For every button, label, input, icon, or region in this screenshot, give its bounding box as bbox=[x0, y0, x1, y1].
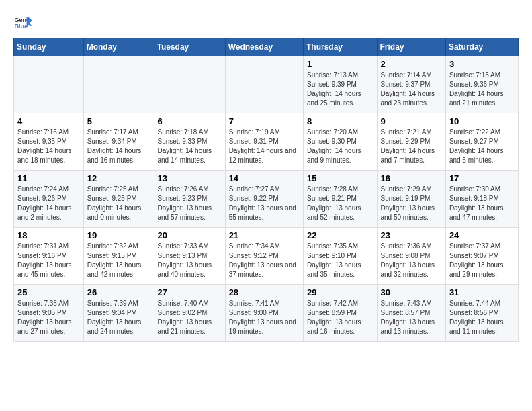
calendar-cell: 21Sunrise: 7:34 AM Sunset: 9:12 PM Dayli… bbox=[225, 228, 303, 285]
day-info: Sunrise: 7:14 AM Sunset: 9:37 PM Dayligh… bbox=[381, 71, 442, 108]
calendar-cell: 2Sunrise: 7:14 AM Sunset: 9:37 PM Daylig… bbox=[377, 56, 445, 113]
calendar-cell bbox=[225, 56, 303, 113]
day-number: 30 bbox=[381, 287, 442, 298]
day-info: Sunrise: 7:21 AM Sunset: 9:29 PM Dayligh… bbox=[381, 128, 442, 165]
day-number: 4 bbox=[17, 116, 80, 126]
day-info: Sunrise: 7:37 AM Sunset: 9:07 PM Dayligh… bbox=[449, 242, 515, 279]
calendar-cell: 24Sunrise: 7:37 AM Sunset: 9:07 PM Dayli… bbox=[445, 228, 518, 285]
day-info: Sunrise: 7:35 AM Sunset: 9:10 PM Dayligh… bbox=[307, 242, 373, 279]
calendar-cell: 5Sunrise: 7:17 AM Sunset: 9:34 PM Daylig… bbox=[83, 113, 154, 171]
header-monday: Monday bbox=[83, 38, 154, 56]
calendar-cell: 20Sunrise: 7:33 AM Sunset: 9:13 PM Dayli… bbox=[154, 228, 225, 285]
day-number: 17 bbox=[449, 173, 515, 183]
logo: General Blue bbox=[13, 13, 32, 32]
day-number: 13 bbox=[158, 173, 222, 183]
calendar-cell: 27Sunrise: 7:40 AM Sunset: 9:02 PM Dayli… bbox=[154, 285, 225, 342]
day-number: 28 bbox=[229, 287, 300, 298]
calendar-cell: 16Sunrise: 7:29 AM Sunset: 9:19 PM Dayli… bbox=[377, 171, 445, 228]
calendar-cell: 17Sunrise: 7:30 AM Sunset: 9:18 PM Dayli… bbox=[445, 171, 518, 228]
day-number: 9 bbox=[381, 116, 442, 126]
day-number: 7 bbox=[229, 116, 300, 126]
header-thursday: Thursday bbox=[303, 38, 377, 56]
svg-text:Blue: Blue bbox=[14, 23, 28, 30]
calendar-cell: 19Sunrise: 7:32 AM Sunset: 9:15 PM Dayli… bbox=[83, 228, 154, 285]
week-row-2: 4Sunrise: 7:16 AM Sunset: 9:35 PM Daylig… bbox=[14, 113, 519, 171]
day-number: 11 bbox=[17, 173, 80, 183]
day-number: 15 bbox=[307, 173, 373, 183]
week-row-1: 1Sunrise: 7:13 AM Sunset: 9:39 PM Daylig… bbox=[14, 56, 519, 113]
header-saturday: Saturday bbox=[445, 38, 518, 56]
calendar-cell: 30Sunrise: 7:43 AM Sunset: 8:57 PM Dayli… bbox=[377, 285, 445, 342]
calendar-cell: 15Sunrise: 7:28 AM Sunset: 9:21 PM Dayli… bbox=[303, 171, 377, 228]
day-info: Sunrise: 7:19 AM Sunset: 9:31 PM Dayligh… bbox=[229, 128, 300, 165]
header-sunday: Sunday bbox=[14, 38, 84, 56]
calendar-cell: 25Sunrise: 7:38 AM Sunset: 9:05 PM Dayli… bbox=[14, 285, 84, 342]
day-info: Sunrise: 7:20 AM Sunset: 9:30 PM Dayligh… bbox=[307, 128, 373, 165]
day-number: 29 bbox=[307, 287, 373, 298]
calendar-cell bbox=[14, 56, 84, 113]
day-info: Sunrise: 7:15 AM Sunset: 9:36 PM Dayligh… bbox=[449, 71, 515, 108]
day-info: Sunrise: 7:31 AM Sunset: 9:16 PM Dayligh… bbox=[17, 242, 80, 279]
day-number: 25 bbox=[17, 287, 80, 298]
calendar-cell: 28Sunrise: 7:41 AM Sunset: 9:00 PM Dayli… bbox=[225, 285, 303, 342]
header: General Blue bbox=[13, 13, 519, 32]
day-info: Sunrise: 7:28 AM Sunset: 9:21 PM Dayligh… bbox=[307, 185, 373, 222]
day-info: Sunrise: 7:38 AM Sunset: 9:05 PM Dayligh… bbox=[17, 299, 80, 336]
week-row-5: 25Sunrise: 7:38 AM Sunset: 9:05 PM Dayli… bbox=[14, 285, 519, 342]
calendar-cell: 22Sunrise: 7:35 AM Sunset: 9:10 PM Dayli… bbox=[303, 228, 377, 285]
calendar-cell bbox=[154, 56, 225, 113]
day-info: Sunrise: 7:18 AM Sunset: 9:33 PM Dayligh… bbox=[158, 128, 222, 165]
day-info: Sunrise: 7:16 AM Sunset: 9:35 PM Dayligh… bbox=[17, 128, 80, 165]
day-number: 19 bbox=[87, 230, 150, 240]
calendar-cell: 3Sunrise: 7:15 AM Sunset: 9:36 PM Daylig… bbox=[445, 56, 518, 113]
calendar-cell: 13Sunrise: 7:26 AM Sunset: 9:23 PM Dayli… bbox=[154, 171, 225, 228]
day-info: Sunrise: 7:17 AM Sunset: 9:34 PM Dayligh… bbox=[87, 128, 150, 165]
header-friday: Friday bbox=[377, 38, 445, 56]
day-info: Sunrise: 7:25 AM Sunset: 9:25 PM Dayligh… bbox=[87, 185, 150, 222]
day-info: Sunrise: 7:30 AM Sunset: 9:18 PM Dayligh… bbox=[449, 185, 515, 222]
day-info: Sunrise: 7:27 AM Sunset: 9:22 PM Dayligh… bbox=[229, 185, 300, 222]
calendar-cell: 11Sunrise: 7:24 AM Sunset: 9:26 PM Dayli… bbox=[14, 171, 84, 228]
calendar-cell: 23Sunrise: 7:36 AM Sunset: 9:08 PM Dayli… bbox=[377, 228, 445, 285]
calendar-cell: 10Sunrise: 7:22 AM Sunset: 9:27 PM Dayli… bbox=[445, 113, 518, 171]
day-info: Sunrise: 7:22 AM Sunset: 9:27 PM Dayligh… bbox=[449, 128, 515, 165]
header-tuesday: Tuesday bbox=[154, 38, 225, 56]
day-info: Sunrise: 7:32 AM Sunset: 9:15 PM Dayligh… bbox=[87, 242, 150, 279]
calendar-cell: 26Sunrise: 7:39 AM Sunset: 9:04 PM Dayli… bbox=[83, 285, 154, 342]
day-info: Sunrise: 7:36 AM Sunset: 9:08 PM Dayligh… bbox=[381, 242, 442, 279]
calendar-cell: 4Sunrise: 7:16 AM Sunset: 9:35 PM Daylig… bbox=[14, 113, 84, 171]
day-number: 22 bbox=[307, 230, 373, 240]
calendar-cell: 9Sunrise: 7:21 AM Sunset: 9:29 PM Daylig… bbox=[377, 113, 445, 171]
calendar-cell: 7Sunrise: 7:19 AM Sunset: 9:31 PM Daylig… bbox=[225, 113, 303, 171]
calendar-cell: 8Sunrise: 7:20 AM Sunset: 9:30 PM Daylig… bbox=[303, 113, 377, 171]
day-info: Sunrise: 7:34 AM Sunset: 9:12 PM Dayligh… bbox=[229, 242, 300, 279]
day-info: Sunrise: 7:39 AM Sunset: 9:04 PM Dayligh… bbox=[87, 299, 150, 336]
day-info: Sunrise: 7:42 AM Sunset: 8:59 PM Dayligh… bbox=[307, 299, 373, 336]
day-number: 21 bbox=[229, 230, 300, 240]
day-number: 6 bbox=[158, 116, 222, 126]
day-number: 2 bbox=[381, 59, 442, 69]
day-info: Sunrise: 7:13 AM Sunset: 9:39 PM Dayligh… bbox=[307, 71, 373, 108]
day-info: Sunrise: 7:33 AM Sunset: 9:13 PM Dayligh… bbox=[158, 242, 222, 279]
day-info: Sunrise: 7:29 AM Sunset: 9:19 PM Dayligh… bbox=[381, 185, 442, 222]
day-number: 31 bbox=[449, 287, 515, 298]
day-info: Sunrise: 7:44 AM Sunset: 8:56 PM Dayligh… bbox=[449, 299, 515, 336]
calendar-cell: 12Sunrise: 7:25 AM Sunset: 9:25 PM Dayli… bbox=[83, 171, 154, 228]
header-wednesday: Wednesday bbox=[225, 38, 303, 56]
calendar-header-row: SundayMondayTuesdayWednesdayThursdayFrid… bbox=[14, 38, 519, 56]
day-number: 8 bbox=[307, 116, 373, 126]
day-number: 20 bbox=[158, 230, 222, 240]
day-number: 23 bbox=[381, 230, 442, 240]
day-number: 3 bbox=[449, 59, 515, 69]
calendar-cell: 14Sunrise: 7:27 AM Sunset: 9:22 PM Dayli… bbox=[225, 171, 303, 228]
week-row-4: 18Sunrise: 7:31 AM Sunset: 9:16 PM Dayli… bbox=[14, 228, 519, 285]
day-number: 14 bbox=[229, 173, 300, 183]
day-number: 12 bbox=[87, 173, 150, 183]
calendar-cell: 6Sunrise: 7:18 AM Sunset: 9:33 PM Daylig… bbox=[154, 113, 225, 171]
calendar-cell: 29Sunrise: 7:42 AM Sunset: 8:59 PM Dayli… bbox=[303, 285, 377, 342]
day-info: Sunrise: 7:26 AM Sunset: 9:23 PM Dayligh… bbox=[158, 185, 222, 222]
day-number: 27 bbox=[158, 287, 222, 298]
calendar-cell: 1Sunrise: 7:13 AM Sunset: 9:39 PM Daylig… bbox=[303, 56, 377, 113]
day-number: 16 bbox=[381, 173, 442, 183]
day-info: Sunrise: 7:43 AM Sunset: 8:57 PM Dayligh… bbox=[381, 299, 442, 336]
